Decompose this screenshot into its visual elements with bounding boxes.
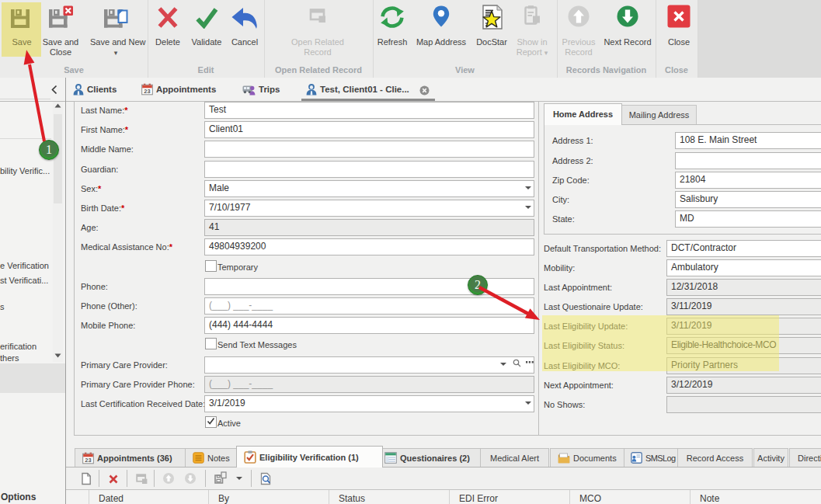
svg-text:23: 23 [144,88,150,95]
svg-text:23: 23 [85,456,91,463]
